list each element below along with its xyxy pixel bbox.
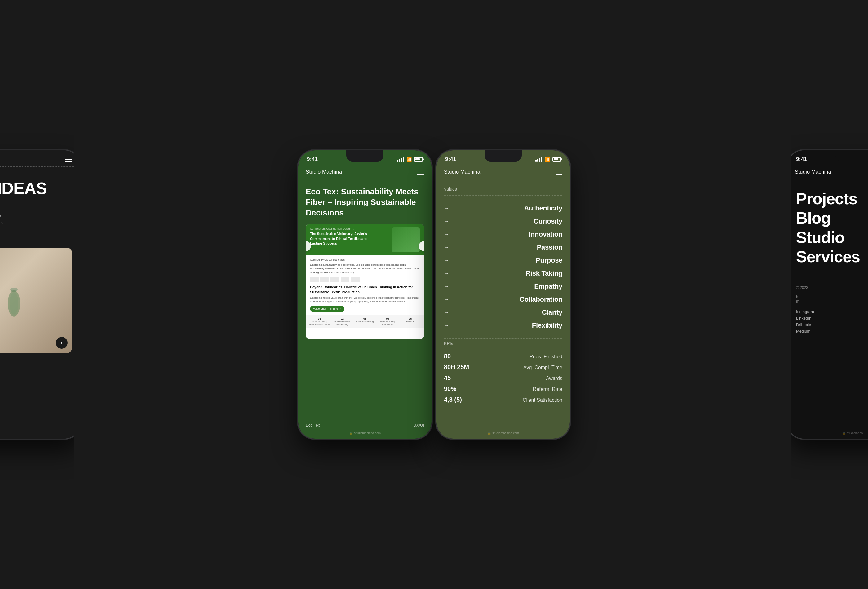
kpi-value: 90% (444, 385, 456, 393)
value-name: Collaboration (520, 295, 562, 304)
phone4-nav: Studio Machina (790, 167, 868, 179)
phone3-content: Values → Authenticity → Curiosity → Inno… (437, 179, 570, 410)
phone2-url-bar: 🔒 studiomachina.com (349, 431, 381, 435)
value-curiosity: → Curiosity (444, 215, 562, 228)
phone3-icons: 📶 (535, 157, 561, 162)
value-name: Authenticity (524, 204, 562, 213)
kpi-label: Referral Rate (533, 387, 562, 392)
phone2-footer-project: Eco Tex (306, 423, 320, 428)
value-name: Risk Taking (526, 269, 562, 278)
menu-item-projects[interactable]: Projects (796, 189, 868, 208)
phone3-kpis-label: KPIs (444, 338, 562, 346)
value-name: Clarity (542, 309, 562, 316)
value-purpose: → Purpose (444, 254, 562, 267)
phone3-signal-icon (535, 157, 542, 161)
kpi-satisfaction: 4,8 (5) Client Satisfaction (444, 394, 562, 405)
arrow-icon: → (444, 205, 449, 211)
kpi-referral: 90% Referral Rate (444, 384, 562, 394)
social-instagram: Instagram ( (796, 309, 868, 315)
carousel-breadcrumb: Certification, User Human Design, ... (310, 227, 389, 230)
phone4: 9:41 📶 Studio Machina (790, 151, 868, 438)
phone3-wifi-icon: 📶 (545, 157, 550, 162)
phone4-socials: Instagram ( LinkedIn 6 Dribbble 9 Medi (796, 309, 868, 335)
phone4-time: 9:41 (796, 156, 807, 162)
phone2-time: 9:41 (307, 156, 318, 162)
kpi-awards: 45 Awards (444, 373, 562, 384)
phone3-hamburger[interactable] (555, 170, 562, 174)
carousel-top-title: The Sustainable Visionary: Javier'sCommi… (310, 232, 389, 246)
kpi-projs: 80 Projs. Finished (444, 351, 562, 362)
kpi-label: Client Satisfaction (523, 397, 562, 403)
phone4-footer-h: hm (796, 295, 868, 304)
phone4-content: Projects Blog Studio Services © 2023 hm … (790, 179, 868, 341)
arrow-icon: → (444, 323, 449, 328)
phone2-nav: Studio Machina (298, 167, 431, 179)
carousel-certified: Certified By Global Standards (310, 258, 420, 261)
arrow-icon: → (444, 271, 449, 276)
phone4-logo: Studio Machina (795, 169, 831, 175)
kpi-label: Awards (546, 376, 562, 381)
social-medium: Medium 7 (796, 328, 868, 335)
value-flexibility: → Flexibility (444, 319, 562, 332)
phone2-hamburger[interactable] (417, 170, 424, 174)
phone4-notch (836, 151, 868, 161)
phone3: 9:41 📶 Studio Machina (437, 151, 570, 438)
phone3-battery-icon (552, 157, 561, 161)
phone3-values-label: Values (444, 187, 562, 196)
menu-item-blog[interactable]: Blog (796, 208, 868, 227)
arrow-icon: → (444, 297, 449, 302)
phone3-url-bar: 🔒 studiomachina.com (487, 431, 519, 435)
arrow-icon: → (444, 245, 449, 250)
value-authenticity: → Authenticity (444, 202, 562, 215)
hamburger-icon[interactable] (65, 157, 72, 162)
value-collaboration: → Collaboration (444, 293, 562, 306)
kpi-label: Avg. Compl. Time (523, 365, 562, 371)
battery-icon (414, 157, 423, 161)
signal-icon (397, 157, 404, 161)
value-passion: → Passion (444, 241, 562, 254)
value-name: Flexibility (532, 322, 562, 329)
phone2-content: Eco Tex: Sustainability Meets Fiber – In… (298, 179, 431, 344)
carousel-body-text: Embracing sustainability as a core value… (310, 263, 420, 275)
phone4-partial-wrapper: 9:41 📶 Studio Machina (790, 0, 868, 589)
social-name: Medium (796, 329, 810, 334)
kpis-list: 80 Projs. Finished 80H 25M Avg. Compl. T… (444, 351, 562, 405)
social-name: Instagram (796, 309, 814, 314)
kpi-value: 80H 25M (444, 364, 469, 371)
phone3-notch (484, 151, 522, 161)
carousel-cta[interactable]: Value Chain Thinking → (310, 306, 344, 312)
phone1: TS & IDEAS ney of exploration andreak do… (0, 151, 74, 438)
phone2-notch (346, 151, 384, 161)
menu-item-studio[interactable]: Studio (796, 228, 868, 247)
phone2: 9:41 📶 Studio Machina (298, 151, 431, 438)
carousel-article-title: Beyond Boundaries: Holistic Value Chain … (310, 285, 420, 294)
carousel-logos (310, 277, 420, 282)
values-list: → Authenticity → Curiosity → Innovation … (444, 202, 562, 332)
arrow-icon: → (444, 218, 449, 224)
phone4-divider (796, 279, 868, 279)
phone3-logo: Studio Machina (444, 169, 480, 175)
menu-item-services[interactable]: Services (796, 247, 868, 266)
value-name: Purpose (536, 256, 562, 264)
social-dribbble: Dribbble 9 (796, 322, 868, 328)
value-name: Passion (537, 244, 562, 251)
value-empathy: → Empathy (444, 280, 562, 293)
bottle-svg (4, 283, 23, 317)
wifi-icon: 📶 (406, 157, 412, 162)
value-risk-taking: → Risk Taking (444, 267, 562, 280)
value-name: Empathy (534, 282, 562, 291)
next-arrow-btn[interactable]: › (56, 337, 68, 349)
phone4-footer-year: © 2023 (796, 285, 868, 290)
carousel-steps: 01Wood Sourcingand Cultivation Sites 02G… (306, 315, 424, 328)
phone1-heading: TS & IDEAS (0, 179, 72, 198)
arrow-icon: → (444, 310, 449, 315)
social-linkedin: LinkedIn 6 (796, 315, 868, 322)
arrow-icon: → (444, 258, 449, 263)
carousel-article-text: Embracing holistic value chain thinking,… (310, 296, 420, 304)
value-clarity: → Clarity (444, 306, 562, 319)
phones-container: TS & IDEAS ney of exploration andreak do… (219, 151, 649, 438)
arrow-icon: → (444, 232, 449, 237)
phone1-card-title: g The Digitaligner's Journ (0, 320, 56, 335)
kpi-value: 45 (444, 375, 451, 382)
phone2-logo: Studio Machina (306, 169, 342, 175)
